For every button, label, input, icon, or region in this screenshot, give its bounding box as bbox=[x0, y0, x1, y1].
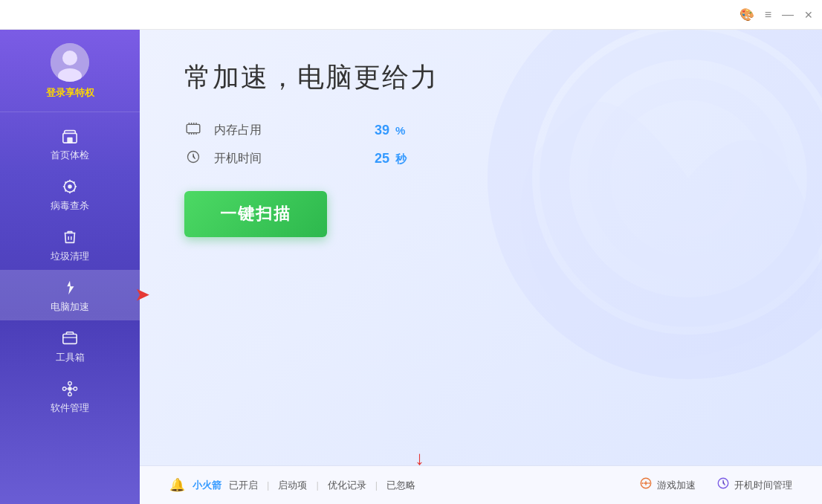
stat-row-memory: 内存占用 39 % bbox=[184, 123, 777, 138]
close-button[interactable]: ✕ bbox=[804, 9, 813, 21]
virus-icon bbox=[62, 178, 78, 198]
bottom-right-section: 游戏加速 开机时间管理 bbox=[639, 476, 792, 494]
bottom-bar: 🔔 小火箭 已开启 | ↓ 启动项 | 优化记录 | 已忽略 bbox=[140, 465, 822, 504]
virus-label: 病毒查杀 bbox=[51, 201, 89, 210]
sep3: | bbox=[375, 479, 378, 491]
fire-icon: 🔔 bbox=[169, 477, 185, 493]
sidebar-item-home[interactable]: 首页体检 bbox=[0, 118, 140, 169]
sidebar-item-software[interactable]: 软件管理 bbox=[0, 371, 140, 421]
sidebar-item-speed[interactable]: 电脑加速 ➤ bbox=[0, 270, 140, 320]
bottom-left-section: 🔔 小火箭 已开启 | ↓ 启动项 | 优化记录 | 已忽略 bbox=[169, 477, 415, 493]
sidebar-item-tools[interactable]: 工具箱 bbox=[0, 320, 140, 371]
sep1: | bbox=[267, 479, 269, 491]
svg-point-6 bbox=[68, 184, 72, 189]
menu-icon[interactable]: ≡ bbox=[765, 8, 771, 22]
fire-status: 已开启 bbox=[229, 479, 258, 492]
svg-point-32 bbox=[641, 482, 643, 484]
sidebar: 登录享特权 首页体检 bbox=[0, 30, 140, 504]
svg-point-10 bbox=[74, 387, 77, 390]
titlebar: 🎨 ≡ — ✕ bbox=[0, 0, 822, 30]
avatar[interactable] bbox=[51, 43, 89, 82]
game-speed-icon bbox=[639, 476, 653, 494]
svg-point-12 bbox=[68, 392, 72, 396]
bottom-red-arrow: ↓ bbox=[415, 448, 424, 468]
main-title: 常加速，电脑更给力 bbox=[184, 59, 777, 96]
stat-row-boot: 开机时间 25 秒 bbox=[184, 150, 777, 167]
software-label: 软件管理 bbox=[51, 403, 89, 413]
svg-rect-7 bbox=[63, 334, 77, 343]
svg-point-33 bbox=[648, 482, 650, 484]
speed-label: 电脑加速 bbox=[51, 302, 89, 311]
fire-label: 小火箭 bbox=[192, 479, 221, 492]
boot-label: 开机时间 bbox=[214, 151, 274, 167]
memory-number: 39 bbox=[375, 123, 389, 138]
boot-time-icon bbox=[184, 150, 202, 167]
svg-point-1 bbox=[62, 51, 77, 65]
minimize-icon[interactable]: — bbox=[782, 8, 794, 22]
memory-icon bbox=[184, 123, 202, 138]
content-area: 常加速，电脑更给力 bbox=[140, 30, 822, 504]
sidebar-item-virus[interactable]: 病毒查杀 bbox=[0, 169, 140, 219]
clean-label: 垃圾清理 bbox=[51, 251, 89, 261]
memory-label: 内存占用 bbox=[214, 123, 274, 138]
home-label: 首页体检 bbox=[51, 150, 89, 160]
startup-link[interactable]: 启动项 bbox=[278, 479, 307, 492]
boot-value: 25 秒 bbox=[375, 151, 407, 167]
boot-time-item[interactable]: 开机时间管理 bbox=[716, 476, 792, 494]
game-speed-label: 游戏加速 bbox=[657, 479, 696, 492]
svg-rect-21 bbox=[187, 124, 200, 132]
boot-management-icon bbox=[716, 476, 730, 494]
memory-value: 39 % bbox=[375, 123, 405, 138]
tools-icon bbox=[62, 330, 78, 349]
titlebar-controls: 🎨 ≡ — ✕ bbox=[740, 7, 813, 22]
speed-arrow-indicator: ➤ bbox=[135, 285, 149, 305]
svg-point-9 bbox=[62, 387, 66, 390]
boot-number: 25 bbox=[375, 151, 389, 166]
svg-rect-4 bbox=[67, 137, 72, 142]
sidebar-login-label[interactable]: 登录享特权 bbox=[46, 86, 94, 100]
scan-button[interactable]: 一键扫描 bbox=[184, 191, 327, 237]
tools-label: 工具箱 bbox=[56, 352, 85, 362]
clean-icon bbox=[62, 229, 78, 248]
game-speed-item[interactable]: 游戏加速 bbox=[639, 476, 696, 494]
speed-icon bbox=[62, 280, 78, 299]
svg-point-8 bbox=[68, 387, 72, 391]
sidebar-user-section[interactable]: 登录享特权 bbox=[0, 30, 140, 112]
boot-unit: 秒 bbox=[395, 152, 407, 165]
sep2: | bbox=[316, 479, 318, 491]
svg-point-11 bbox=[68, 381, 72, 385]
skin-icon[interactable]: 🎨 bbox=[740, 7, 754, 22]
bottom-arrow-wrapper: ↓ bbox=[415, 448, 424, 468]
memory-unit: % bbox=[395, 124, 405, 137]
sidebar-item-clean[interactable]: 垃圾清理 bbox=[0, 219, 140, 270]
main-layout: 登录享特权 首页体检 bbox=[0, 30, 822, 504]
ignored-link[interactable]: 已忽略 bbox=[386, 479, 415, 492]
software-icon bbox=[62, 381, 78, 400]
sidebar-nav: 首页体检 病毒查杀 bbox=[0, 118, 140, 421]
optimize-log-link[interactable]: 优化记录 bbox=[328, 479, 366, 492]
content-body: 常加速，电脑更给力 bbox=[140, 30, 822, 465]
home-icon bbox=[62, 128, 78, 147]
boot-management-label: 开机时间管理 bbox=[734, 479, 792, 492]
stats-section: 内存占用 39 % 开机时间 25 bbox=[184, 123, 777, 167]
